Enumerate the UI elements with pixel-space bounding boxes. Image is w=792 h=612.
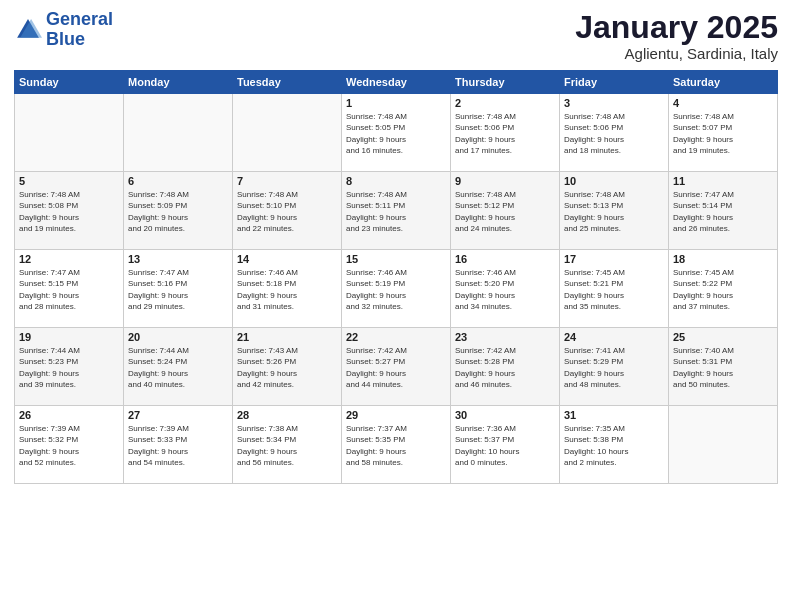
calendar-cell: 25Sunrise: 7:40 AM Sunset: 5:31 PM Dayli… — [669, 328, 778, 406]
calendar-cell: 27Sunrise: 7:39 AM Sunset: 5:33 PM Dayli… — [124, 406, 233, 484]
day-info: Sunrise: 7:35 AM Sunset: 5:38 PM Dayligh… — [564, 423, 664, 468]
calendar-cell: 16Sunrise: 7:46 AM Sunset: 5:20 PM Dayli… — [451, 250, 560, 328]
day-info: Sunrise: 7:48 AM Sunset: 5:12 PM Dayligh… — [455, 189, 555, 234]
day-info: Sunrise: 7:48 AM Sunset: 5:11 PM Dayligh… — [346, 189, 446, 234]
header-friday: Friday — [560, 71, 669, 94]
day-info: Sunrise: 7:48 AM Sunset: 5:07 PM Dayligh… — [673, 111, 773, 156]
day-number: 27 — [128, 409, 228, 421]
calendar-cell: 31Sunrise: 7:35 AM Sunset: 5:38 PM Dayli… — [560, 406, 669, 484]
header-monday: Monday — [124, 71, 233, 94]
day-number: 26 — [19, 409, 119, 421]
day-info: Sunrise: 7:48 AM Sunset: 5:06 PM Dayligh… — [455, 111, 555, 156]
day-number: 21 — [237, 331, 337, 343]
page-container: General Blue January 2025 Aglientu, Sard… — [0, 0, 792, 492]
day-number: 11 — [673, 175, 773, 187]
day-number: 8 — [346, 175, 446, 187]
calendar-cell: 8Sunrise: 7:48 AM Sunset: 5:11 PM Daylig… — [342, 172, 451, 250]
header-tuesday: Tuesday — [233, 71, 342, 94]
calendar-cell: 14Sunrise: 7:46 AM Sunset: 5:18 PM Dayli… — [233, 250, 342, 328]
calendar-cell — [124, 94, 233, 172]
day-number: 16 — [455, 253, 555, 265]
day-number: 15 — [346, 253, 446, 265]
day-number: 10 — [564, 175, 664, 187]
calendar-cell: 26Sunrise: 7:39 AM Sunset: 5:32 PM Dayli… — [15, 406, 124, 484]
day-info: Sunrise: 7:42 AM Sunset: 5:27 PM Dayligh… — [346, 345, 446, 390]
calendar-table: Sunday Monday Tuesday Wednesday Thursday… — [14, 70, 778, 484]
day-number: 12 — [19, 253, 119, 265]
day-info: Sunrise: 7:46 AM Sunset: 5:19 PM Dayligh… — [346, 267, 446, 312]
day-info: Sunrise: 7:36 AM Sunset: 5:37 PM Dayligh… — [455, 423, 555, 468]
day-info: Sunrise: 7:45 AM Sunset: 5:21 PM Dayligh… — [564, 267, 664, 312]
day-number: 25 — [673, 331, 773, 343]
title-block: January 2025 Aglientu, Sardinia, Italy — [575, 10, 778, 62]
calendar-week-5: 26Sunrise: 7:39 AM Sunset: 5:32 PM Dayli… — [15, 406, 778, 484]
logo-text: General Blue — [46, 10, 113, 50]
day-info: Sunrise: 7:46 AM Sunset: 5:18 PM Dayligh… — [237, 267, 337, 312]
calendar-week-2: 5Sunrise: 7:48 AM Sunset: 5:08 PM Daylig… — [15, 172, 778, 250]
day-info: Sunrise: 7:40 AM Sunset: 5:31 PM Dayligh… — [673, 345, 773, 390]
calendar-cell: 3Sunrise: 7:48 AM Sunset: 5:06 PM Daylig… — [560, 94, 669, 172]
calendar-cell: 15Sunrise: 7:46 AM Sunset: 5:19 PM Dayli… — [342, 250, 451, 328]
calendar-cell: 13Sunrise: 7:47 AM Sunset: 5:16 PM Dayli… — [124, 250, 233, 328]
day-info: Sunrise: 7:39 AM Sunset: 5:32 PM Dayligh… — [19, 423, 119, 468]
day-number: 23 — [455, 331, 555, 343]
day-number: 2 — [455, 97, 555, 109]
calendar-cell: 7Sunrise: 7:48 AM Sunset: 5:10 PM Daylig… — [233, 172, 342, 250]
day-number: 31 — [564, 409, 664, 421]
calendar-cell: 29Sunrise: 7:37 AM Sunset: 5:35 PM Dayli… — [342, 406, 451, 484]
day-info: Sunrise: 7:39 AM Sunset: 5:33 PM Dayligh… — [128, 423, 228, 468]
calendar-subtitle: Aglientu, Sardinia, Italy — [575, 45, 778, 62]
header-row: Sunday Monday Tuesday Wednesday Thursday… — [15, 71, 778, 94]
day-number: 3 — [564, 97, 664, 109]
day-number: 13 — [128, 253, 228, 265]
calendar-cell: 18Sunrise: 7:45 AM Sunset: 5:22 PM Dayli… — [669, 250, 778, 328]
header-saturday: Saturday — [669, 71, 778, 94]
day-number: 20 — [128, 331, 228, 343]
day-number: 9 — [455, 175, 555, 187]
day-number: 19 — [19, 331, 119, 343]
calendar-cell: 17Sunrise: 7:45 AM Sunset: 5:21 PM Dayli… — [560, 250, 669, 328]
calendar-cell: 12Sunrise: 7:47 AM Sunset: 5:15 PM Dayli… — [15, 250, 124, 328]
day-number: 5 — [19, 175, 119, 187]
calendar-cell: 20Sunrise: 7:44 AM Sunset: 5:24 PM Dayli… — [124, 328, 233, 406]
day-info: Sunrise: 7:37 AM Sunset: 5:35 PM Dayligh… — [346, 423, 446, 468]
logo-line1: General — [46, 9, 113, 29]
day-number: 1 — [346, 97, 446, 109]
day-number: 30 — [455, 409, 555, 421]
day-info: Sunrise: 7:44 AM Sunset: 5:24 PM Dayligh… — [128, 345, 228, 390]
day-info: Sunrise: 7:48 AM Sunset: 5:13 PM Dayligh… — [564, 189, 664, 234]
day-info: Sunrise: 7:38 AM Sunset: 5:34 PM Dayligh… — [237, 423, 337, 468]
calendar-cell: 11Sunrise: 7:47 AM Sunset: 5:14 PM Dayli… — [669, 172, 778, 250]
day-number: 7 — [237, 175, 337, 187]
header-thursday: Thursday — [451, 71, 560, 94]
day-info: Sunrise: 7:48 AM Sunset: 5:05 PM Dayligh… — [346, 111, 446, 156]
day-info: Sunrise: 7:43 AM Sunset: 5:26 PM Dayligh… — [237, 345, 337, 390]
logo-line2: Blue — [46, 29, 85, 49]
day-number: 6 — [128, 175, 228, 187]
day-info: Sunrise: 7:47 AM Sunset: 5:15 PM Dayligh… — [19, 267, 119, 312]
calendar-cell: 24Sunrise: 7:41 AM Sunset: 5:29 PM Dayli… — [560, 328, 669, 406]
day-info: Sunrise: 7:41 AM Sunset: 5:29 PM Dayligh… — [564, 345, 664, 390]
calendar-body: 1Sunrise: 7:48 AM Sunset: 5:05 PM Daylig… — [15, 94, 778, 484]
day-info: Sunrise: 7:47 AM Sunset: 5:16 PM Dayligh… — [128, 267, 228, 312]
calendar-cell: 30Sunrise: 7:36 AM Sunset: 5:37 PM Dayli… — [451, 406, 560, 484]
day-number: 17 — [564, 253, 664, 265]
calendar-cell: 4Sunrise: 7:48 AM Sunset: 5:07 PM Daylig… — [669, 94, 778, 172]
day-number: 22 — [346, 331, 446, 343]
day-info: Sunrise: 7:48 AM Sunset: 5:08 PM Dayligh… — [19, 189, 119, 234]
day-info: Sunrise: 7:44 AM Sunset: 5:23 PM Dayligh… — [19, 345, 119, 390]
day-info: Sunrise: 7:45 AM Sunset: 5:22 PM Dayligh… — [673, 267, 773, 312]
day-info: Sunrise: 7:46 AM Sunset: 5:20 PM Dayligh… — [455, 267, 555, 312]
header: General Blue January 2025 Aglientu, Sard… — [14, 10, 778, 62]
calendar-cell: 23Sunrise: 7:42 AM Sunset: 5:28 PM Dayli… — [451, 328, 560, 406]
day-info: Sunrise: 7:48 AM Sunset: 5:06 PM Dayligh… — [564, 111, 664, 156]
day-number: 24 — [564, 331, 664, 343]
day-number: 28 — [237, 409, 337, 421]
day-info: Sunrise: 7:48 AM Sunset: 5:09 PM Dayligh… — [128, 189, 228, 234]
day-info: Sunrise: 7:48 AM Sunset: 5:10 PM Dayligh… — [237, 189, 337, 234]
day-number: 29 — [346, 409, 446, 421]
calendar-cell: 22Sunrise: 7:42 AM Sunset: 5:27 PM Dayli… — [342, 328, 451, 406]
logo: General Blue — [14, 10, 113, 50]
calendar-cell: 5Sunrise: 7:48 AM Sunset: 5:08 PM Daylig… — [15, 172, 124, 250]
calendar-cell — [233, 94, 342, 172]
